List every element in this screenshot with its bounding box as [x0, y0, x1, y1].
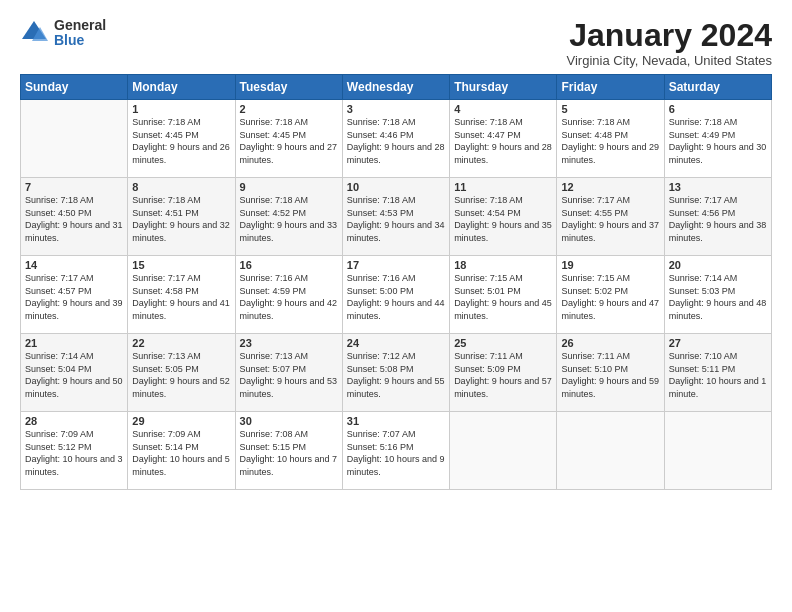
month-title: January 2024	[567, 18, 772, 53]
day-info: Sunrise: 7:09 AM Sunset: 5:14 PM Dayligh…	[132, 428, 230, 478]
calendar-cell: 31Sunrise: 7:07 AM Sunset: 5:16 PM Dayli…	[342, 412, 449, 490]
calendar-cell	[664, 412, 771, 490]
calendar-cell: 26Sunrise: 7:11 AM Sunset: 5:10 PM Dayli…	[557, 334, 664, 412]
day-number: 3	[347, 103, 445, 115]
calendar-cell: 29Sunrise: 7:09 AM Sunset: 5:14 PM Dayli…	[128, 412, 235, 490]
day-info: Sunrise: 7:14 AM Sunset: 5:04 PM Dayligh…	[25, 350, 123, 400]
day-info: Sunrise: 7:18 AM Sunset: 4:48 PM Dayligh…	[561, 116, 659, 166]
header-sunday: Sunday	[21, 75, 128, 100]
day-info: Sunrise: 7:14 AM Sunset: 5:03 PM Dayligh…	[669, 272, 767, 322]
day-number: 4	[454, 103, 552, 115]
header-tuesday: Tuesday	[235, 75, 342, 100]
calendar-cell: 27Sunrise: 7:10 AM Sunset: 5:11 PM Dayli…	[664, 334, 771, 412]
day-number: 7	[25, 181, 123, 193]
calendar-cell: 8Sunrise: 7:18 AM Sunset: 4:51 PM Daylig…	[128, 178, 235, 256]
calendar-cell: 3Sunrise: 7:18 AM Sunset: 4:46 PM Daylig…	[342, 100, 449, 178]
location-subtitle: Virginia City, Nevada, United States	[567, 53, 772, 68]
logo-icon	[20, 19, 48, 47]
day-info: Sunrise: 7:15 AM Sunset: 5:02 PM Dayligh…	[561, 272, 659, 322]
day-number: 15	[132, 259, 230, 271]
day-number: 9	[240, 181, 338, 193]
logo: General Blue	[20, 18, 106, 49]
day-number: 21	[25, 337, 123, 349]
day-number: 25	[454, 337, 552, 349]
calendar-cell	[557, 412, 664, 490]
calendar-cell: 6Sunrise: 7:18 AM Sunset: 4:49 PM Daylig…	[664, 100, 771, 178]
calendar-week-1: 7Sunrise: 7:18 AM Sunset: 4:50 PM Daylig…	[21, 178, 772, 256]
calendar-cell: 18Sunrise: 7:15 AM Sunset: 5:01 PM Dayli…	[450, 256, 557, 334]
calendar-week-3: 21Sunrise: 7:14 AM Sunset: 5:04 PM Dayli…	[21, 334, 772, 412]
day-number: 19	[561, 259, 659, 271]
day-info: Sunrise: 7:18 AM Sunset: 4:46 PM Dayligh…	[347, 116, 445, 166]
day-number: 31	[347, 415, 445, 427]
header-friday: Friday	[557, 75, 664, 100]
calendar-cell: 17Sunrise: 7:16 AM Sunset: 5:00 PM Dayli…	[342, 256, 449, 334]
calendar-cell: 4Sunrise: 7:18 AM Sunset: 4:47 PM Daylig…	[450, 100, 557, 178]
day-number: 22	[132, 337, 230, 349]
logo-general-text: General	[54, 18, 106, 33]
calendar-cell: 23Sunrise: 7:13 AM Sunset: 5:07 PM Dayli…	[235, 334, 342, 412]
calendar-cell: 2Sunrise: 7:18 AM Sunset: 4:45 PM Daylig…	[235, 100, 342, 178]
day-number: 26	[561, 337, 659, 349]
calendar-cell: 16Sunrise: 7:16 AM Sunset: 4:59 PM Dayli…	[235, 256, 342, 334]
day-info: Sunrise: 7:15 AM Sunset: 5:01 PM Dayligh…	[454, 272, 552, 322]
day-info: Sunrise: 7:17 AM Sunset: 4:56 PM Dayligh…	[669, 194, 767, 244]
day-number: 11	[454, 181, 552, 193]
logo-text: General Blue	[54, 18, 106, 49]
header-row: General Blue January 2024 Virginia City,…	[20, 18, 772, 68]
day-info: Sunrise: 7:13 AM Sunset: 5:05 PM Dayligh…	[132, 350, 230, 400]
day-info: Sunrise: 7:18 AM Sunset: 4:45 PM Dayligh…	[132, 116, 230, 166]
day-info: Sunrise: 7:16 AM Sunset: 5:00 PM Dayligh…	[347, 272, 445, 322]
day-number: 1	[132, 103, 230, 115]
calendar-header: Sunday Monday Tuesday Wednesday Thursday…	[21, 75, 772, 100]
day-info: Sunrise: 7:18 AM Sunset: 4:52 PM Dayligh…	[240, 194, 338, 244]
day-number: 20	[669, 259, 767, 271]
calendar-cell: 28Sunrise: 7:09 AM Sunset: 5:12 PM Dayli…	[21, 412, 128, 490]
calendar-cell: 19Sunrise: 7:15 AM Sunset: 5:02 PM Dayli…	[557, 256, 664, 334]
calendar-cell: 1Sunrise: 7:18 AM Sunset: 4:45 PM Daylig…	[128, 100, 235, 178]
day-info: Sunrise: 7:17 AM Sunset: 4:55 PM Dayligh…	[561, 194, 659, 244]
day-number: 8	[132, 181, 230, 193]
calendar-week-0: 1Sunrise: 7:18 AM Sunset: 4:45 PM Daylig…	[21, 100, 772, 178]
calendar-week-4: 28Sunrise: 7:09 AM Sunset: 5:12 PM Dayli…	[21, 412, 772, 490]
day-info: Sunrise: 7:13 AM Sunset: 5:07 PM Dayligh…	[240, 350, 338, 400]
day-info: Sunrise: 7:10 AM Sunset: 5:11 PM Dayligh…	[669, 350, 767, 400]
calendar-cell: 30Sunrise: 7:08 AM Sunset: 5:15 PM Dayli…	[235, 412, 342, 490]
day-info: Sunrise: 7:16 AM Sunset: 4:59 PM Dayligh…	[240, 272, 338, 322]
day-number: 5	[561, 103, 659, 115]
title-block: January 2024 Virginia City, Nevada, Unit…	[567, 18, 772, 68]
day-info: Sunrise: 7:17 AM Sunset: 4:57 PM Dayligh…	[25, 272, 123, 322]
calendar-body: 1Sunrise: 7:18 AM Sunset: 4:45 PM Daylig…	[21, 100, 772, 490]
calendar-cell: 10Sunrise: 7:18 AM Sunset: 4:53 PM Dayli…	[342, 178, 449, 256]
day-number: 23	[240, 337, 338, 349]
day-number: 24	[347, 337, 445, 349]
main-container: General Blue January 2024 Virginia City,…	[0, 0, 792, 500]
calendar-cell: 25Sunrise: 7:11 AM Sunset: 5:09 PM Dayli…	[450, 334, 557, 412]
calendar-cell: 20Sunrise: 7:14 AM Sunset: 5:03 PM Dayli…	[664, 256, 771, 334]
calendar-cell: 12Sunrise: 7:17 AM Sunset: 4:55 PM Dayli…	[557, 178, 664, 256]
day-info: Sunrise: 7:12 AM Sunset: 5:08 PM Dayligh…	[347, 350, 445, 400]
day-number: 29	[132, 415, 230, 427]
calendar-cell: 11Sunrise: 7:18 AM Sunset: 4:54 PM Dayli…	[450, 178, 557, 256]
calendar-cell: 5Sunrise: 7:18 AM Sunset: 4:48 PM Daylig…	[557, 100, 664, 178]
header-thursday: Thursday	[450, 75, 557, 100]
day-info: Sunrise: 7:09 AM Sunset: 5:12 PM Dayligh…	[25, 428, 123, 478]
calendar-cell: 22Sunrise: 7:13 AM Sunset: 5:05 PM Dayli…	[128, 334, 235, 412]
day-number: 16	[240, 259, 338, 271]
day-number: 17	[347, 259, 445, 271]
day-number: 6	[669, 103, 767, 115]
day-info: Sunrise: 7:17 AM Sunset: 4:58 PM Dayligh…	[132, 272, 230, 322]
calendar-cell	[450, 412, 557, 490]
day-info: Sunrise: 7:07 AM Sunset: 5:16 PM Dayligh…	[347, 428, 445, 478]
calendar-cell: 24Sunrise: 7:12 AM Sunset: 5:08 PM Dayli…	[342, 334, 449, 412]
calendar-cell: 15Sunrise: 7:17 AM Sunset: 4:58 PM Dayli…	[128, 256, 235, 334]
logo-blue-text: Blue	[54, 33, 106, 48]
calendar-week-2: 14Sunrise: 7:17 AM Sunset: 4:57 PM Dayli…	[21, 256, 772, 334]
day-number: 10	[347, 181, 445, 193]
day-number: 18	[454, 259, 552, 271]
calendar-cell	[21, 100, 128, 178]
calendar-cell: 9Sunrise: 7:18 AM Sunset: 4:52 PM Daylig…	[235, 178, 342, 256]
day-number: 14	[25, 259, 123, 271]
day-info: Sunrise: 7:18 AM Sunset: 4:51 PM Dayligh…	[132, 194, 230, 244]
day-info: Sunrise: 7:18 AM Sunset: 4:49 PM Dayligh…	[669, 116, 767, 166]
